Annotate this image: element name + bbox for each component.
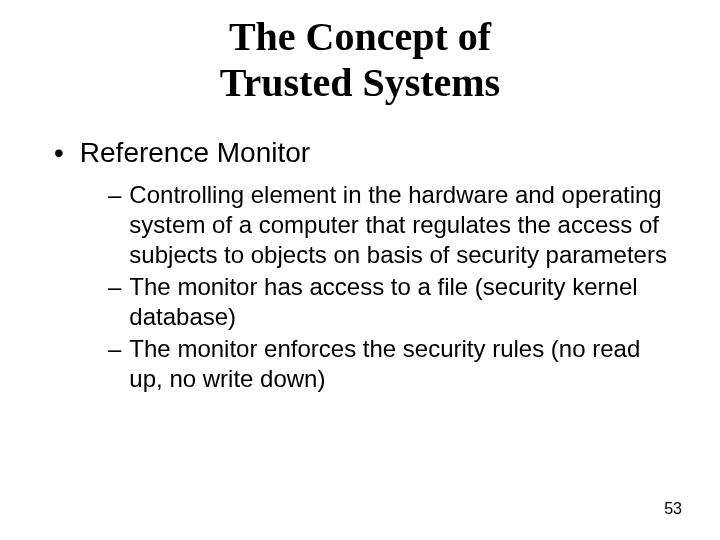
sub-bullet-list: – Controlling element in the hardware an… xyxy=(50,180,670,394)
page-number: 53 xyxy=(664,500,682,518)
bullet-level2-text: The monitor has access to a file (securi… xyxy=(129,272,670,332)
bullet-level2: – Controlling element in the hardware an… xyxy=(108,180,670,270)
bullet-level1-text: Reference Monitor xyxy=(80,136,310,170)
bullet-level2-text: The monitor enforces the security rules … xyxy=(129,334,670,394)
bullet-dot-icon: • xyxy=(54,136,64,170)
slide-title: The Concept of Trusted Systems xyxy=(0,0,720,106)
bullet-level2-text: Controlling element in the hardware and … xyxy=(129,180,670,270)
bullet-level1: • Reference Monitor xyxy=(50,136,670,170)
title-line-1: The Concept of xyxy=(229,14,491,59)
dash-icon: – xyxy=(108,334,121,364)
bullet-level2: – The monitor enforces the security rule… xyxy=(108,334,670,394)
dash-icon: – xyxy=(108,180,121,210)
dash-icon: – xyxy=(108,272,121,302)
title-line-2: Trusted Systems xyxy=(220,60,500,105)
slide-content: • Reference Monitor – Controlling elemen… xyxy=(0,106,720,394)
bullet-level2: – The monitor has access to a file (secu… xyxy=(108,272,670,332)
